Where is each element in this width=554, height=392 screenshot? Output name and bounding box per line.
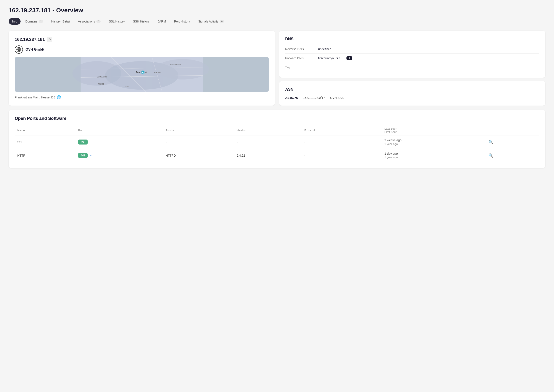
table-row: SSH 22 - - - 2 weeks ago 1 year ago 🔍 [15, 135, 539, 149]
row-extra-info: - [302, 135, 382, 149]
reverse-dns-row: Reverse DNS undefined [285, 45, 539, 54]
tab-history[interactable]: History (Beta) [48, 18, 73, 25]
col-product: Product [163, 125, 234, 135]
row-search[interactable]: 🔍 [485, 149, 539, 162]
row-port: 443 ↗ [76, 149, 163, 162]
search-button[interactable]: 🔍 [488, 139, 494, 145]
main-grid: 162.19.237.181 ⧉ OVH GmbH [9, 31, 545, 105]
reverse-dns-value: undefined [318, 47, 331, 51]
tab-port-history[interactable]: Port History [171, 18, 193, 25]
tab-signals-activity[interactable]: Signals Activity 0 [195, 18, 228, 25]
row-search[interactable]: 🔍 [485, 135, 539, 149]
col-actions [485, 125, 539, 135]
row-product: - [163, 135, 234, 149]
svg-text:Wiesbaden: Wiesbaden [97, 76, 108, 78]
forward-dns-row: Forward DNS firscountryours.eu... 1 [285, 54, 539, 63]
forward-dns-count-badge: 1 [346, 56, 352, 60]
location-text: Frankfurt am Main, Hesse, DE [15, 96, 56, 99]
tab-info[interactable]: Info [9, 18, 21, 25]
first-seen: 1 year ago [385, 156, 483, 159]
domains-badge: 1 [39, 20, 43, 23]
col-port: Port [76, 125, 163, 135]
svg-point-17 [142, 72, 143, 73]
port-badge: 22 [78, 140, 88, 145]
external-link-icon[interactable]: ↗ [89, 154, 92, 157]
row-name: HTTP [15, 149, 76, 162]
copy-ip-button[interactable]: ⧉ [47, 37, 52, 42]
page-title: 162.19.237.181 - Overview [9, 7, 545, 14]
port-badge: 443 [78, 153, 88, 158]
associations-badge: 0 [96, 20, 101, 23]
tab-bar: Info Domains 1 History (Beta) Associatio… [9, 18, 545, 25]
row-product: HTTPD [163, 149, 234, 162]
svg-text:Gelnhausen: Gelnhausen [170, 63, 181, 66]
svg-text:Mainz: Mainz [98, 83, 104, 85]
asn-number: AS16276 [285, 96, 298, 99]
tab-jarm[interactable]: JARM [154, 18, 169, 25]
svg-text:FRA: FRA [126, 85, 129, 88]
dns-card: DNS Reverse DNS undefined Forward DNS fi… [279, 31, 545, 78]
signals-badge: 0 [220, 20, 224, 23]
asn-card: ASN AS16276 162.19.128.0/17 OVH SAS [279, 81, 545, 105]
org-logo [15, 45, 23, 54]
last-seen: 1 day ago [385, 152, 483, 155]
col-extra-info: Extra Info [302, 125, 382, 135]
org-name: OVH GmbH [26, 48, 44, 51]
ip-row: 162.19.237.181 ⧉ [15, 37, 269, 42]
row-time: 1 day ago 1 year ago [382, 149, 485, 162]
map-container: Wiesbaden Mainz Frankfurt Hanau Gelnhaus… [15, 57, 269, 92]
tab-associations[interactable]: Associations 0 [74, 18, 104, 25]
svg-point-4 [156, 59, 209, 79]
col-time: Last Seen First Seen [382, 125, 485, 135]
svg-text:Hanau: Hanau [154, 71, 161, 74]
open-ports-card: Open Ports and Software Name Port Produc… [9, 110, 545, 168]
dns-title: DNS [285, 37, 539, 41]
right-cards: DNS Reverse DNS undefined Forward DNS fi… [279, 31, 545, 105]
tag-row: Tag [285, 63, 539, 72]
row-port: 22 [76, 135, 163, 149]
copy-icon: ⧉ [49, 38, 51, 41]
first-seen: 1 year ago [385, 142, 483, 146]
ip-info-card: 162.19.237.181 ⧉ OVH GmbH [9, 31, 275, 105]
asn-title: ASN [285, 87, 539, 92]
tag-label: Tag [285, 66, 316, 69]
row-version: - [234, 135, 302, 149]
reverse-dns-label: Reverse DNS [285, 47, 316, 51]
row-time: 2 weeks ago 1 year ago [382, 135, 485, 149]
globe-icon: 🌐 [57, 95, 61, 99]
ports-section-title: Open Ports and Software [15, 116, 539, 121]
col-version: Version [234, 125, 302, 135]
col-name: Name [15, 125, 76, 135]
asn-cidr: 162.19.128.0/17 [303, 96, 325, 99]
ports-table: Name Port Product Version Extra Info Las… [15, 125, 539, 162]
tab-ssl-history[interactable]: SSL History [105, 18, 128, 25]
org-row: OVH GmbH [15, 45, 269, 54]
ports-table-header: Name Port Product Version Extra Info Las… [15, 125, 539, 135]
row-version: 2.4.52 [234, 149, 302, 162]
row-extra-info: - [302, 149, 382, 162]
tab-ssh-history[interactable]: SSH History [129, 18, 153, 25]
table-row: HTTP 443 ↗ HTTPD 2.4.52 - 1 day ago 1 ye… [15, 149, 539, 162]
row-name: SSH [15, 135, 76, 149]
asn-row: AS16276 162.19.128.0/17 OVH SAS [285, 95, 539, 99]
asn-org: OVH SAS [330, 96, 344, 99]
last-seen: 2 weeks ago [385, 139, 483, 142]
location-row: Frankfurt am Main, Hesse, DE 🌐 [15, 95, 269, 99]
ip-address: 162.19.237.181 [15, 37, 45, 42]
forward-dns-label: Forward DNS [285, 56, 316, 60]
tab-domains[interactable]: Domains 1 [22, 18, 46, 25]
forward-dns-value: firscountryours.eu... 1 [318, 56, 352, 60]
search-button[interactable]: 🔍 [488, 152, 494, 159]
